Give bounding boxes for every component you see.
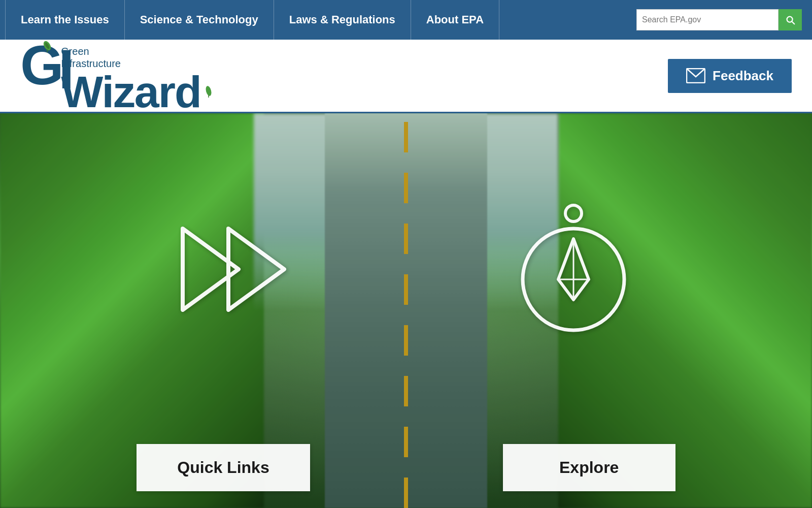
bottom-buttons: Quick Links Explore xyxy=(0,427,812,508)
logo-leaf-icon xyxy=(40,38,55,53)
logo-bottom-leaf xyxy=(203,84,214,98)
feedback-label: Feedback xyxy=(713,68,773,84)
page-header: G I Green Infrastructure Wizard xyxy=(0,40,812,113)
logo: G I Green Infrastructure Wizard xyxy=(20,37,214,114)
icons-container xyxy=(0,113,812,427)
top-navigation: Learn the Issues Science & Technology La… xyxy=(0,0,812,40)
envelope-icon xyxy=(686,68,705,83)
nav-laws-regs[interactable]: Laws & Regulations xyxy=(274,0,411,40)
nav-science-tech[interactable]: Science & Technology xyxy=(125,0,274,40)
search-input[interactable] xyxy=(636,9,779,30)
compass-icon xyxy=(507,198,639,342)
logo-green-text: Green xyxy=(61,45,214,57)
hero-section: Quick Links Explore xyxy=(0,113,812,508)
logo-wizard-text: Wizard xyxy=(61,70,201,114)
svg-point-3 xyxy=(205,85,212,97)
fast-forward-icon xyxy=(173,213,315,327)
explore-button[interactable]: Explore xyxy=(503,444,675,491)
nav-links: Learn the Issues Science & Technology La… xyxy=(5,0,499,40)
svg-point-8 xyxy=(565,205,582,221)
search-icon xyxy=(785,14,796,25)
search-area xyxy=(636,9,802,30)
quick-links-button[interactable]: Quick Links xyxy=(137,444,310,491)
feedback-button[interactable]: Feedback xyxy=(668,59,792,93)
nav-about-epa[interactable]: About EPA xyxy=(411,0,499,40)
search-button[interactable] xyxy=(779,9,802,30)
